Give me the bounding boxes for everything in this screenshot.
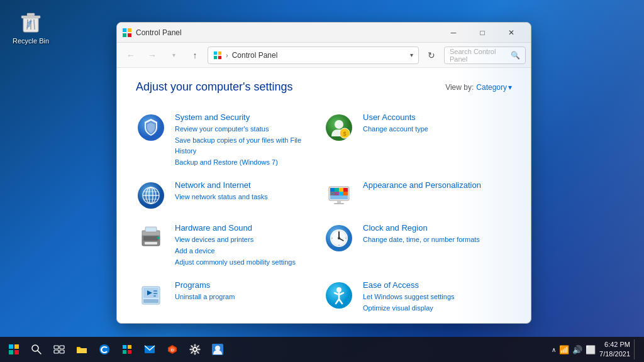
profile-button[interactable] bbox=[208, 339, 228, 359]
programs-icon bbox=[136, 280, 166, 310]
file-explorer-button[interactable] bbox=[72, 339, 92, 359]
desktop: Recycle Bin Control Panel ─ □ ✕ ← bbox=[0, 0, 644, 362]
volume-icon[interactable]: 🔊 bbox=[572, 345, 582, 354]
category-ease-access: Ease of Access Let Windows suggest setti… bbox=[324, 274, 512, 320]
edge-icon bbox=[99, 344, 110, 355]
user-accounts-icon: $ bbox=[324, 112, 354, 143]
network-link-1[interactable]: View network status and tasks bbox=[175, 192, 324, 203]
search-box[interactable]: Search Control Panel 🔍 bbox=[444, 47, 526, 64]
content-area: Adjust your computer's settings View by:… bbox=[117, 68, 531, 323]
svg-rect-36 bbox=[330, 195, 348, 199]
settings-button[interactable] bbox=[185, 339, 205, 359]
maximize-button[interactable]: □ bbox=[468, 23, 497, 43]
clock-date: 7/18/2021 bbox=[599, 349, 630, 359]
chevron-up-icon[interactable]: ∧ bbox=[552, 346, 556, 353]
svg-rect-58 bbox=[143, 299, 158, 303]
ease-access-link-1[interactable]: Let Windows suggest settings bbox=[363, 292, 512, 303]
appearance-title[interactable]: Appearance and Personalization bbox=[363, 180, 512, 190]
system-security-title[interactable]: System and Security bbox=[175, 112, 324, 122]
address-bar: ← → ▾ ↑ › Control Panel ▾ ↻ Search Contr… bbox=[117, 43, 531, 68]
system-security-link-2[interactable]: Save backup copies of your files with Fi… bbox=[175, 135, 324, 157]
svg-rect-78 bbox=[123, 350, 126, 354]
svg-rect-66 bbox=[9, 350, 13, 354]
svg-rect-79 bbox=[128, 350, 131, 354]
taskbar-search-button[interactable] bbox=[26, 339, 47, 359]
hardware-link-1[interactable]: View devices and printers bbox=[175, 234, 324, 246]
network-icon bbox=[136, 180, 166, 211]
office-icon: O bbox=[167, 344, 178, 355]
user-accounts-link-1[interactable]: Change account type bbox=[363, 124, 512, 135]
store-button[interactable] bbox=[117, 339, 137, 359]
svg-rect-72 bbox=[54, 350, 58, 353]
ease-access-icon bbox=[324, 280, 354, 310]
recycle-bin-icon bbox=[18, 9, 43, 35]
svg-rect-10 bbox=[214, 51, 217, 54]
programs-link-1[interactable]: Uninstall a program bbox=[175, 292, 324, 303]
user-accounts-title[interactable]: User Accounts bbox=[363, 112, 512, 122]
svg-rect-12 bbox=[214, 55, 217, 58]
clock-title[interactable]: Clock and Region bbox=[363, 223, 512, 233]
svg-rect-45 bbox=[146, 228, 156, 231]
taskbar-right: ∧ 📶 🔊 ⬜ 6:42 PM 7/18/2021 bbox=[552, 339, 644, 359]
svg-rect-67 bbox=[14, 350, 19, 354]
view-by-value[interactable]: Category ▾ bbox=[476, 83, 512, 92]
file-explorer-icon bbox=[76, 344, 87, 354]
sys-tray-icons: ∧ 📶 🔊 ⬜ bbox=[552, 345, 596, 354]
taskbar: O ∧ bbox=[0, 337, 644, 362]
mail-button[interactable] bbox=[140, 339, 160, 359]
search-icon[interactable]: 🔍 bbox=[511, 51, 520, 60]
svg-point-51 bbox=[338, 237, 340, 239]
back-button[interactable]: ← bbox=[122, 47, 140, 64]
network-tray-icon[interactable]: 📶 bbox=[559, 345, 569, 354]
task-view-button[interactable] bbox=[49, 339, 69, 359]
recycle-bin[interactable]: Recycle Bin bbox=[13, 9, 49, 45]
svg-point-88 bbox=[215, 346, 220, 351]
close-button[interactable]: ✕ bbox=[497, 23, 526, 43]
svg-rect-42 bbox=[145, 242, 157, 244]
title-bar: Control Panel ─ □ ✕ bbox=[117, 23, 531, 43]
svg-rect-76 bbox=[123, 345, 126, 349]
clock-icon bbox=[324, 223, 354, 253]
svg-rect-9 bbox=[128, 33, 131, 37]
forward-button[interactable]: → bbox=[143, 47, 161, 64]
address-dropdown-icon[interactable]: ▾ bbox=[410, 52, 413, 58]
category-appearance: Appearance and Personalization bbox=[324, 174, 512, 217]
address-path[interactable]: › Control Panel ▾ bbox=[208, 47, 419, 64]
content-header: Adjust your computer's settings View by:… bbox=[136, 80, 512, 94]
svg-rect-1 bbox=[21, 16, 40, 18]
hardware-title[interactable]: Hardware and Sound bbox=[175, 223, 324, 233]
recycle-bin-label: Recycle Bin bbox=[13, 37, 49, 45]
office-button[interactable]: O bbox=[162, 339, 182, 359]
minimize-button[interactable]: ─ bbox=[439, 23, 468, 43]
ease-access-link-2[interactable]: Optimize visual display bbox=[363, 303, 512, 314]
system-security-link-3[interactable]: Backup and Restore (Windows 7) bbox=[175, 157, 324, 168]
show-desktop-button[interactable] bbox=[634, 339, 638, 359]
battery-icon[interactable]: ⬜ bbox=[586, 345, 596, 354]
network-title[interactable]: Network and Internet bbox=[175, 180, 324, 190]
edge-button[interactable] bbox=[94, 339, 114, 359]
clock-link-1[interactable]: Change date, time, or number formats bbox=[363, 234, 512, 246]
system-security-text: System and Security Review your computer… bbox=[175, 112, 324, 168]
recent-locations-button[interactable]: ▾ bbox=[165, 47, 182, 64]
svg-rect-29 bbox=[335, 188, 339, 192]
hardware-link-2[interactable]: Add a device bbox=[175, 246, 324, 257]
search-placeholder: Search Control Panel bbox=[450, 48, 508, 63]
system-security-link-1[interactable]: Review your computer's status bbox=[175, 124, 324, 135]
refresh-button[interactable]: ↻ bbox=[423, 47, 440, 64]
clock-text: Clock and Region Change date, time, or n… bbox=[363, 223, 512, 246]
window-icon bbox=[122, 28, 132, 38]
ease-access-title[interactable]: Ease of Access bbox=[363, 280, 512, 290]
hardware-link-3[interactable]: Adjust commonly used mobility settings bbox=[175, 257, 324, 268]
taskbar-clock[interactable]: 6:42 PM 7/18/2021 bbox=[599, 340, 630, 359]
programs-text: Programs Uninstall a program bbox=[175, 280, 324, 303]
svg-rect-74 bbox=[77, 348, 87, 353]
start-button[interactable] bbox=[4, 339, 24, 359]
svg-rect-13 bbox=[218, 55, 221, 58]
svg-rect-37 bbox=[337, 200, 341, 203]
svg-rect-61 bbox=[153, 295, 156, 297]
up-button[interactable]: ↑ bbox=[186, 47, 204, 64]
settings-icon bbox=[189, 344, 201, 355]
programs-title[interactable]: Programs bbox=[175, 280, 324, 290]
task-view-icon bbox=[53, 345, 65, 354]
svg-rect-28 bbox=[330, 188, 335, 192]
